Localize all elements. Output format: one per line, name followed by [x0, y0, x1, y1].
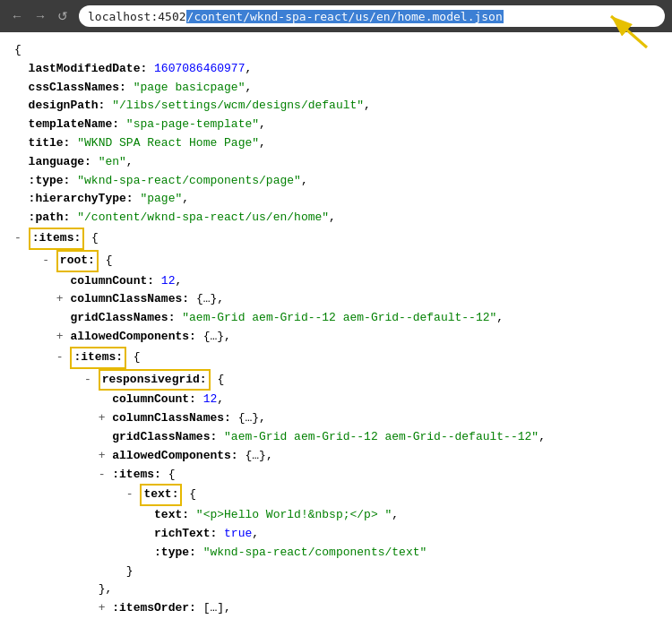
toggle-root[interactable]: -: [42, 252, 49, 271]
line-cssClassNames: cssClassNames: "page basicpage",: [14, 79, 658, 98]
line-columnCount: columnCount: 12,: [14, 272, 658, 291]
toggle-columnClassNames2[interactable]: +: [99, 409, 106, 428]
line-type2: :type: "wknd-spa-react/components/text": [14, 544, 658, 563]
items-inner-key: :items:: [70, 347, 126, 369]
line-columnClassNames: + columnClassNames: {…},: [14, 290, 658, 309]
url-prefix: localhost:4502: [88, 10, 186, 23]
text-outer-key: text:: [140, 484, 182, 506]
items-outer-key: :items:: [29, 228, 85, 250]
line-root: - root: {: [14, 250, 658, 272]
nav-buttons: ← → ↺: [7, 7, 72, 25]
toggle-items-inner[interactable]: -: [56, 348, 64, 367]
line-title: title: "WKND SPA React Home Page",: [14, 134, 658, 153]
line-columnCount2: columnCount: 12,: [14, 391, 658, 409]
line-gridClassNames: gridClassNames: "aem-Grid aem-Grid--12 a…: [14, 309, 658, 328]
toggle-columnClassNames[interactable]: +: [56, 290, 64, 309]
line-path: :path: "/content/wknd-spa-react/us/en/ho…: [14, 209, 658, 228]
refresh-button[interactable]: ↺: [54, 7, 72, 25]
toggle-allowedComponents2[interactable]: +: [99, 447, 106, 466]
line-type: :type: "wknd-spa-react/components/page",: [14, 172, 658, 191]
line-items2: - :items: {: [14, 466, 658, 485]
url-text: localhost:4502/content/wknd-spa-react/us…: [88, 10, 504, 23]
line-items-outer: - :items: {: [14, 228, 658, 250]
line-hierarchyType: :hierarchyType: "page",: [14, 190, 658, 209]
line-lastModifiedDate: lastModifiedDate: 1607086460977,: [14, 60, 658, 79]
line-columnClassNames2: + columnClassNames: {…},: [14, 409, 658, 428]
json-content: { lastModifiedDate: 1607086460977, cssCl…: [0, 32, 672, 619]
line-language: language: "en",: [14, 153, 658, 172]
address-bar[interactable]: localhost:4502/content/wknd-spa-react/us…: [79, 5, 665, 27]
line-close-items2: },: [14, 580, 658, 599]
toggle-itemsOrder-inner[interactable]: +: [99, 599, 106, 618]
line-text: - text: {: [14, 484, 658, 506]
toggle-allowedComponents[interactable]: +: [56, 328, 64, 347]
line-designPath: designPath: "/libs/settings/wcm/designs/…: [14, 97, 658, 116]
line-richText: richText: true,: [14, 525, 658, 544]
toggle-responsivegrid[interactable]: -: [84, 371, 91, 390]
json-open-brace: {: [14, 41, 658, 60]
responsivegrid-key: responsivegrid:: [99, 369, 211, 391]
url-highlight: /content/wknd-spa-react/us/en/home.model…: [186, 10, 504, 23]
browser-chrome: ← → ↺ localhost:4502/content/wknd-spa-re…: [0, 0, 672, 32]
line-allowedComponents: + allowedComponents: {…},: [14, 328, 658, 347]
line-templateName: templateName: "spa-page-template",: [14, 116, 658, 134]
toggle-items2[interactable]: -: [99, 466, 106, 485]
line-items-inner: - :items: {: [14, 347, 658, 369]
forward-button[interactable]: →: [30, 7, 50, 25]
page-wrapper: ← → ↺ localhost:4502/content/wknd-spa-re…: [0, 0, 672, 619]
toggle-items-outer[interactable]: -: [14, 229, 22, 248]
line-close-text: }: [14, 563, 658, 581]
line-itemsOrder-inner: + :itemsOrder: […],: [14, 599, 658, 618]
line-responsivegrid: - responsivegrid: {: [14, 369, 658, 391]
root-key: root:: [56, 250, 99, 272]
line-allowedComponents2: + allowedComponents: {…},: [14, 447, 658, 466]
line-text-inner: text: "<p>Hello World!&nbsp;</p> ",: [14, 506, 658, 525]
back-button[interactable]: ←: [7, 7, 27, 25]
toggle-text[interactable]: -: [126, 486, 134, 504]
line-gridClassNames2: gridClassNames: "aem-Grid aem-Grid--12 a…: [14, 428, 658, 447]
